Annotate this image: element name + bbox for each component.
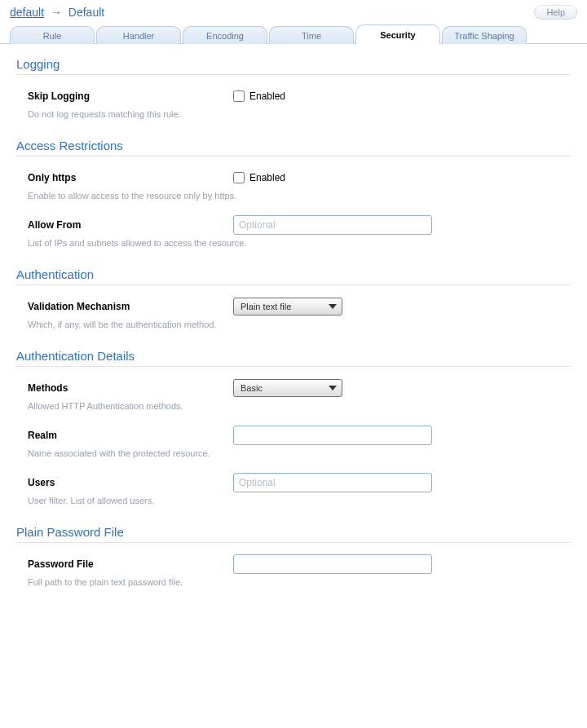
breadcrumb-arrow: → (51, 6, 62, 19)
allow-from-label: Allow From (28, 219, 233, 231)
realm-label: Realm (28, 430, 233, 441)
validation-mechanism-value: Plain text file (241, 302, 291, 311)
skip-logging-help: Do not log requests matching this rule. (16, 109, 571, 119)
skip-logging-enabled-text: Enabled (249, 90, 285, 102)
tab-security[interactable]: Security (355, 24, 440, 44)
section-divider (16, 156, 571, 157)
tab-time[interactable]: Time (269, 26, 354, 44)
tab-traffic-shaping[interactable]: Traffic Shaping (442, 26, 527, 44)
section-divider (16, 285, 571, 285)
section-divider (16, 74, 571, 75)
password-file-help: Full path to the plain text password fil… (16, 577, 571, 587)
section-title-logging: Logging (16, 57, 571, 71)
methods-label: Methods (28, 382, 233, 394)
users-label: Users (28, 477, 233, 488)
validation-mechanism-help: Which, if any, will be the authenticatio… (16, 320, 571, 329)
methods-select[interactable]: Basic (233, 379, 342, 397)
section-divider (16, 542, 571, 543)
help-button[interactable]: Help (534, 5, 577, 20)
section-title-auth: Authentication (16, 267, 571, 281)
skip-logging-checkbox[interactable] (233, 90, 245, 102)
section-title-access: Access Restrictions (16, 139, 571, 152)
validation-mechanism-label: Validation Mechanism (28, 301, 233, 312)
tab-rule[interactable]: Rule (10, 26, 95, 44)
tab-handler[interactable]: Handler (96, 26, 181, 44)
section-title-auth-details: Authentication Details (16, 349, 571, 363)
tab-bar: Rule Handler Encoding Time Security Traf… (0, 23, 587, 44)
tab-encoding[interactable]: Encoding (183, 26, 267, 44)
only-https-enabled-text: Enabled (249, 172, 285, 183)
breadcrumb: default → Default (10, 6, 104, 19)
chevron-down-icon (329, 304, 337, 309)
allow-from-input[interactable] (233, 215, 432, 235)
breadcrumb-root-link[interactable]: default (10, 6, 44, 19)
only-https-label: Only https (28, 172, 233, 183)
methods-help: Allowed HTTP Authentication methods. (16, 401, 571, 411)
methods-value: Basic (241, 383, 263, 393)
realm-input[interactable] (233, 426, 432, 445)
password-file-input[interactable] (233, 554, 432, 574)
only-https-help: Enable to allow access to the resource o… (16, 191, 571, 201)
breadcrumb-current: Default (68, 6, 104, 19)
allow-from-help: List of IPs and subnets allowed to acces… (16, 238, 571, 248)
realm-help: Name associated with the protected resou… (16, 448, 571, 458)
section-divider (16, 366, 571, 367)
section-title-passfile: Plain Password File (16, 525, 571, 539)
only-https-checkbox[interactable] (233, 172, 245, 183)
password-file-label: Password File (28, 558, 233, 570)
users-input[interactable] (233, 473, 432, 492)
users-help: User filter. List of allowed users. (16, 496, 571, 505)
validation-mechanism-select[interactable]: Plain text file (233, 298, 342, 315)
chevron-down-icon (329, 386, 337, 390)
skip-logging-label: Skip Logging (28, 90, 233, 102)
